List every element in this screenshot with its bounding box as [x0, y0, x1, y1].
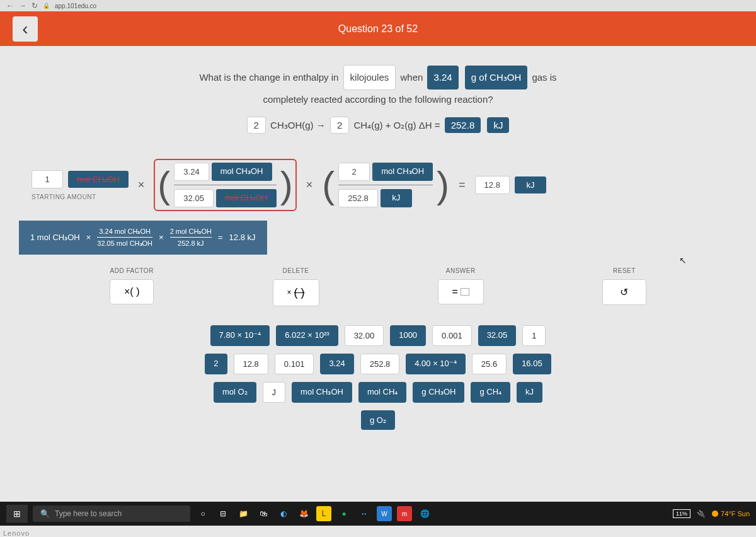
tile[interactable]: g O₂	[361, 410, 395, 430]
start-button[interactable]: ⊞	[6, 505, 28, 523]
pill-kilojoules: kilojoules	[343, 65, 396, 90]
edge-icon[interactable]: ◐	[276, 506, 291, 521]
reset-button[interactable]: ↺	[602, 279, 646, 305]
prompt-text: gas is	[532, 72, 556, 83]
nav-back-icon[interactable]: ←	[6, 1, 14, 10]
battery-status[interactable]: 11%	[673, 509, 690, 518]
sum-start: 1 mol CH₃OH	[30, 233, 80, 242]
multiply-sign: ×	[86, 233, 91, 242]
paren-left-icon: (	[158, 170, 170, 200]
delete-button[interactable]: ×( )	[273, 279, 319, 306]
products-text: CH₄(g) + O₂(g) ΔH =	[353, 120, 440, 130]
tile-row-2: 212.80.1013.24252.84.00 × 10⁻⁴25.616.05	[50, 354, 706, 374]
battery-icon: 🔌	[697, 510, 706, 518]
tile[interactable]: kJ	[517, 382, 542, 403]
f1-bot-val: 32.05	[174, 189, 214, 207]
answer-button[interactable]: =	[438, 279, 484, 304]
url-text[interactable]: app.101edu.co	[55, 3, 96, 9]
prompt-text: when	[400, 72, 423, 83]
tile[interactable]: 252.8	[360, 354, 400, 374]
task-view-icon[interactable]: ⊟	[215, 506, 231, 521]
tile[interactable]: 12.8	[234, 354, 268, 374]
back-button[interactable]: ‹	[13, 16, 38, 42]
dh-value: 252.8	[445, 117, 481, 133]
tile-row-4: g O₂	[50, 410, 706, 430]
equals-sign: =	[218, 233, 223, 242]
nav-forward-icon[interactable]: →	[19, 1, 26, 10]
f2-top-val: 2	[338, 163, 370, 181]
multiply-sign: ×	[159, 233, 164, 242]
app-l-icon[interactable]: L	[316, 506, 331, 521]
firefox-icon[interactable]: 🦊	[296, 506, 311, 521]
control-buttons: ADD FACTOR ×( ) DELETE ×( ) ANSWER = RES…	[13, 267, 743, 306]
start-value: 1	[32, 170, 63, 188]
tile[interactable]: 2	[205, 354, 227, 374]
cortana-icon[interactable]: ○	[195, 506, 210, 521]
tile[interactable]: mol CH₃OH	[292, 382, 352, 403]
tile[interactable]: 16.05	[513, 354, 551, 374]
f2-bot-unit: kJ	[381, 189, 412, 207]
reactant-text: CH₃OH(g) →	[270, 120, 326, 130]
paren-right-icon: )	[280, 170, 293, 200]
tile[interactable]: 0.101	[275, 354, 314, 374]
coef-2: 2	[330, 117, 349, 134]
dimensional-analysis-workspace: 1 mol CH₃OH STARTING AMOUNT × ( 3.24 mol…	[13, 159, 743, 211]
app-icon[interactable]: ↔	[357, 506, 372, 521]
tile[interactable]: g CH₃OH	[413, 382, 464, 403]
tile[interactable]: 32.05	[478, 325, 517, 346]
result-block[interactable]: 12.8 kJ	[475, 176, 546, 194]
windows-taskbar: ⊞ 🔍 Type here to search ○ ⊟ 📁 🛍 ◐ 🦊 L ● …	[0, 502, 756, 526]
nav-reload-icon[interactable]: ↻	[32, 1, 38, 10]
factor-2[interactable]: ( 2 mol CH₃OH 252.8 kJ )	[322, 163, 449, 207]
result-value: 12.8	[475, 176, 510, 194]
tile[interactable]: J	[263, 382, 286, 403]
word-icon[interactable]: W	[377, 506, 392, 521]
dh-unit: kJ	[487, 117, 509, 133]
start-unit: mol CH₃OH	[68, 171, 129, 188]
multiply-sign: ×	[306, 178, 313, 192]
tile-row-3: mol O₂Jmol CH₃OHmol CH₄g CH₃OHg CH₄kJ	[50, 382, 706, 403]
chrome-icon[interactable]: 🌐	[417, 506, 432, 521]
tile[interactable]: 0.001	[432, 325, 472, 346]
explorer-icon[interactable]: 📁	[236, 506, 251, 521]
lock-icon: 🔒	[43, 3, 50, 9]
factor-1[interactable]: ( 3.24 mol CH₃OH 32.05 mol CH₃OH )	[154, 159, 296, 211]
question-prompt: What is the change in enthalpy in kilojo…	[13, 65, 743, 109]
starting-amount-block[interactable]: 1 mol CH₃OH STARTING AMOUNT	[32, 170, 129, 200]
multiply-sign: ×	[138, 178, 145, 192]
sum-f1: 3.24 mol CH₃OH 32.05 mol CH₃OH	[97, 227, 152, 248]
tile[interactable]: 4.00 × 10⁻⁴	[406, 354, 466, 374]
coef-1: 2	[247, 117, 266, 134]
paren-right-icon: )	[437, 170, 449, 200]
sum-f2: 2 mol CH₃OH 252.8 kJ	[170, 227, 212, 248]
f2-top-unit: mol CH₃OH	[372, 163, 433, 181]
tile[interactable]: 3.24	[320, 354, 353, 374]
tile[interactable]: 6.022 × 10²³	[276, 325, 338, 346]
tile[interactable]: 1	[522, 325, 546, 346]
weather-widget[interactable]: 74°F Sun	[712, 510, 750, 517]
tile[interactable]: mol O₂	[214, 382, 256, 403]
result-unit: kJ	[515, 176, 546, 193]
search-placeholder: Type here to search	[55, 509, 122, 518]
add-factor-button[interactable]: ×( )	[110, 279, 154, 304]
prompt-text-2: completely reacted according to the foll…	[263, 94, 493, 105]
app-m-icon[interactable]: m	[397, 506, 412, 521]
question-counter: Question 23 of 52	[338, 23, 418, 35]
content: What is the change in enthalpy in kilojo…	[0, 46, 756, 456]
taskbar-search[interactable]: 🔍 Type here to search	[33, 505, 190, 522]
tile[interactable]: g CH₄	[471, 382, 510, 403]
tile[interactable]: mol CH₄	[358, 382, 406, 403]
app-header: ‹ Question 23 of 52	[0, 11, 756, 46]
tile[interactable]: 32.00	[345, 325, 384, 346]
f1-top-val: 3.24	[174, 163, 209, 181]
f1-bot-unit: mol CH₃OH	[216, 189, 277, 207]
fraction-bar	[338, 185, 433, 185]
tile[interactable]: 25.6	[472, 354, 507, 374]
tile-row-1: 7.80 × 10⁻⁴6.022 × 10²³32.0010000.00132.…	[50, 325, 706, 346]
tile[interactable]: 7.80 × 10⁻⁴	[210, 325, 270, 346]
spotify-icon[interactable]: ●	[336, 506, 352, 521]
search-icon: 🔍	[40, 509, 50, 518]
f1-top-unit: mol CH₃OH	[212, 163, 272, 181]
tile[interactable]: 1000	[390, 325, 426, 346]
store-icon[interactable]: 🛍	[256, 506, 271, 521]
